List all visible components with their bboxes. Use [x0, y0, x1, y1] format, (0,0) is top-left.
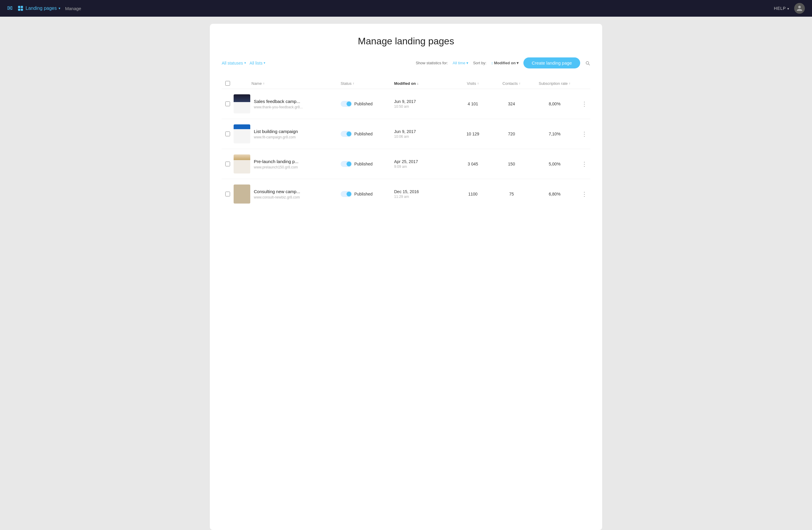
table-row: Sales feedback camp... www.thank-you-fee…: [222, 89, 590, 119]
row-url-3: www.consult-newbiz.gr8.com: [254, 195, 338, 199]
row-checkbox-cell-0[interactable]: [222, 101, 234, 106]
search-button[interactable]: [585, 60, 590, 66]
row-date-1: Jun 9, 2017: [394, 129, 453, 134]
col-name-header[interactable]: Name ↑: [251, 81, 340, 86]
modified-sort-icon: ↓: [417, 82, 419, 85]
stats-time-selector[interactable]: All time ▾: [453, 61, 468, 65]
row-checkbox-1[interactable]: [225, 131, 230, 136]
row-date-3: Dec 15, 2016: [394, 189, 453, 194]
row-rate-0: 8,00%: [531, 101, 578, 106]
row-more-button-1[interactable]: ⋮: [578, 130, 590, 138]
thumb-image-1: [234, 124, 250, 143]
toolbar-actions: Show statistics for: All time ▾ Sort by:…: [416, 57, 590, 68]
table-row: Consulting new camp... www.consult-newbi…: [222, 179, 590, 209]
status-toggle-3[interactable]: [340, 191, 352, 197]
row-info-2: Pre-launch landing p... www.prelaunch150…: [251, 159, 340, 169]
create-landing-page-button[interactable]: Create landing page: [523, 57, 580, 68]
row-more-button-3[interactable]: ⋮: [578, 191, 590, 198]
row-time-2: 9:09 am: [394, 165, 453, 169]
svg-rect-0: [18, 6, 20, 8]
sort-label: Sort by:: [473, 61, 487, 65]
col-modified-header[interactable]: Modified on ↓: [394, 81, 453, 86]
thumb-image-2: [234, 154, 250, 173]
header-checkbox-cell[interactable]: [222, 81, 234, 86]
col-rate-header[interactable]: Subscription rate ↑: [531, 81, 578, 86]
lists-chevron-icon: ▾: [264, 61, 265, 65]
visits-sort-icon: ↑: [477, 82, 479, 85]
row-checkbox-2[interactable]: [225, 162, 230, 166]
toggle-knob-3: [347, 192, 351, 196]
table-row: Pre-launch landing p... www.prelaunch150…: [222, 149, 590, 179]
landing-pages-label: Landing pages: [26, 6, 57, 11]
filter-status-button[interactable]: All statuses ▾: [222, 61, 246, 66]
help-chevron-icon: ▾: [787, 7, 789, 10]
row-checkbox-cell-1[interactable]: [222, 131, 234, 136]
row-thumbnail-1: [234, 124, 250, 143]
user-icon: [796, 5, 803, 12]
row-rate-3: 6,80%: [531, 192, 578, 196]
select-all-checkbox[interactable]: [225, 81, 230, 86]
row-status-2: Published: [340, 161, 394, 167]
row-url-0: www.thank-you-feedback.gr8...: [254, 105, 338, 109]
row-thumbnail-3: [234, 184, 250, 204]
row-date-0: Jun 9, 2017: [394, 99, 453, 104]
row-visits-0: 4 101: [453, 101, 492, 106]
row-date-cell-1: Jun 9, 2017 10:06 am: [394, 129, 453, 139]
table-body: Sales feedback camp... www.thank-you-fee…: [222, 89, 590, 209]
row-checkbox-cell-3[interactable]: [222, 192, 234, 196]
row-info-1: List building campaign www.fit-campaign.…: [251, 129, 340, 139]
row-info-0: Sales feedback camp... www.thank-you-fee…: [251, 99, 340, 109]
nav-left: ✉ Landing pages ▾ Manage: [7, 4, 81, 12]
row-contacts-0: 324: [492, 101, 531, 106]
page-title: Manage landing pages: [222, 36, 590, 47]
row-contacts-3: 75: [492, 192, 531, 196]
row-checkbox-3[interactable]: [225, 192, 230, 196]
row-time-1: 10:06 am: [394, 135, 453, 139]
row-status-1: Published: [340, 131, 394, 137]
toggle-knob-2: [347, 162, 351, 166]
svg-rect-3: [21, 9, 23, 11]
status-toggle-2[interactable]: [340, 161, 352, 167]
row-name-3: Consulting new camp...: [254, 189, 338, 194]
col-visits-header[interactable]: Visits ↑: [453, 81, 492, 86]
svg-rect-2: [18, 9, 20, 11]
col-status-header[interactable]: Status ↑: [340, 81, 394, 86]
nav-right: HELP ▾: [774, 3, 805, 14]
status-sort-icon: ↑: [353, 82, 354, 85]
row-more-button-2[interactable]: ⋮: [578, 161, 590, 168]
row-contacts-1: 720: [492, 131, 531, 136]
user-avatar[interactable]: [794, 3, 805, 14]
row-url-1: www.fit-campaign.gr8.com: [254, 135, 338, 139]
manage-label: Manage: [65, 6, 81, 11]
status-chevron-icon: ▾: [244, 61, 246, 65]
status-text-0: Published: [354, 101, 373, 106]
row-status-0: Published: [340, 101, 394, 107]
row-date-cell-3: Dec 15, 2016 11:29 am: [394, 189, 453, 199]
row-thumbnail-2: [234, 154, 250, 173]
stats-chevron-icon: ▾: [466, 61, 468, 65]
sort-selector[interactable]: ↕ Modified on ▾: [491, 61, 518, 65]
row-time-0: 10:50 am: [394, 104, 453, 109]
row-url-2: www.prelaunch150.gr8.com: [254, 165, 338, 169]
help-menu[interactable]: HELP ▾: [774, 6, 789, 11]
row-visits-1: 10 129: [453, 131, 492, 136]
filter-lists-button[interactable]: All lists ▾: [250, 61, 266, 66]
sort-chevron-icon: ▾: [517, 61, 519, 65]
col-contacts-header[interactable]: Contacts ↑: [492, 81, 531, 86]
row-visits-2: 3 045: [453, 162, 492, 166]
status-toggle-1[interactable]: [340, 131, 352, 137]
row-checkbox-0[interactable]: [225, 101, 230, 106]
row-date-cell-0: Jun 9, 2017 10:50 am: [394, 99, 453, 109]
row-visits-3: 1100: [453, 192, 492, 196]
status-text-1: Published: [354, 131, 373, 136]
svg-rect-1: [21, 6, 23, 8]
row-more-button-0[interactable]: ⋮: [578, 100, 590, 108]
row-date-2: Apr 25, 2017: [394, 159, 453, 164]
status-toggle-0[interactable]: [340, 101, 352, 107]
landing-pages-nav[interactable]: Landing pages ▾: [17, 5, 60, 12]
row-info-3: Consulting new camp... www.consult-newbi…: [251, 189, 340, 199]
thumb-image-3: [234, 184, 250, 204]
row-rate-2: 5,00%: [531, 162, 578, 166]
row-rate-1: 7,10%: [531, 131, 578, 136]
row-checkbox-cell-2[interactable]: [222, 162, 234, 166]
